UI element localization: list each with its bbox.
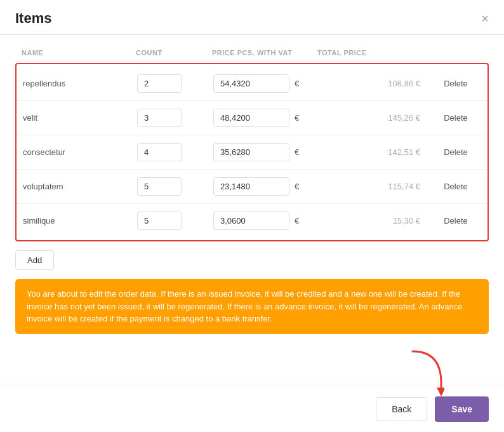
price-cell: €: [213, 212, 316, 230]
dialog-body: NAME COUNT PRICE PCS. WITH VAT TOTAL PRI…: [0, 35, 504, 386]
price-cell: €: [213, 74, 316, 93]
count-input[interactable]: [137, 143, 182, 161]
total-price: 142,51 €: [316, 147, 430, 157]
table-row: consectetur € 142,51 € Delete: [17, 135, 487, 170]
item-name: similique: [23, 216, 137, 226]
price-cell: €: [213, 143, 316, 161]
table-header: NAME COUNT PRICE PCS. WITH VAT TOTAL PRI…: [15, 45, 489, 60]
delete-button[interactable]: Delete: [430, 182, 481, 191]
currency-symbol: €: [295, 147, 299, 157]
dialog-footer: Back Save: [0, 386, 504, 432]
currency-symbol: €: [295, 182, 299, 191]
col-total-header: TOTAL PRICE: [317, 49, 432, 57]
currency-symbol: €: [295, 216, 299, 226]
table-row: similique € 15,30 € Delete: [17, 204, 487, 238]
table-row: voluptatem € 115,74 € Delete: [17, 170, 487, 204]
total-price: 145,26 €: [316, 113, 430, 123]
delete-button[interactable]: Delete: [430, 147, 481, 157]
count-input[interactable]: [137, 177, 182, 196]
items-table: repellendus € 108,86 € Delete velit € 14…: [15, 63, 489, 241]
item-name: velit: [23, 113, 137, 123]
dialog-header: Items ×: [0, 0, 504, 35]
col-name-header: NAME: [22, 49, 136, 57]
price-cell: €: [213, 109, 316, 127]
item-name: voluptatem: [23, 182, 137, 191]
delete-button[interactable]: Delete: [430, 113, 481, 123]
total-price: 115,74 €: [316, 182, 430, 191]
currency-symbol: €: [295, 113, 299, 123]
add-section: Add: [15, 250, 489, 270]
delete-button[interactable]: Delete: [430, 79, 481, 88]
count-input[interactable]: [137, 109, 182, 127]
warning-text: You are about to edit the order data. If…: [27, 289, 463, 323]
table-row: repellendus € 108,86 € Delete: [17, 67, 487, 101]
delete-button[interactable]: Delete: [430, 216, 481, 226]
total-price: 108,86 €: [316, 79, 430, 88]
table-row: velit € 145,26 € Delete: [17, 101, 487, 135]
price-input[interactable]: [213, 143, 289, 161]
save-button[interactable]: Save: [435, 396, 489, 422]
col-count-header: COUNT: [136, 49, 212, 57]
svg-marker-0: [437, 388, 444, 396]
close-button[interactable]: ×: [481, 12, 489, 25]
col-action-header: [432, 49, 482, 57]
total-price: 15,30 €: [316, 216, 430, 226]
price-input[interactable]: [213, 177, 289, 196]
back-button[interactable]: Back: [376, 397, 427, 421]
dialog: Items × NAME COUNT PRICE PCS. WITH VAT T…: [0, 0, 504, 432]
dialog-title: Items: [15, 10, 51, 27]
price-input[interactable]: [213, 74, 289, 93]
count-input[interactable]: [137, 74, 182, 93]
add-button[interactable]: Add: [15, 250, 54, 270]
price-cell: €: [213, 177, 316, 196]
item-name: consectetur: [23, 147, 137, 157]
item-name: repellendus: [23, 79, 137, 88]
price-input[interactable]: [213, 212, 289, 230]
warning-box: You are about to edit the order data. If…: [15, 279, 489, 334]
currency-symbol: €: [295, 79, 299, 88]
price-input[interactable]: [213, 109, 289, 127]
col-price-header: PRICE PCS. WITH VAT: [212, 49, 317, 57]
count-input[interactable]: [137, 212, 182, 230]
